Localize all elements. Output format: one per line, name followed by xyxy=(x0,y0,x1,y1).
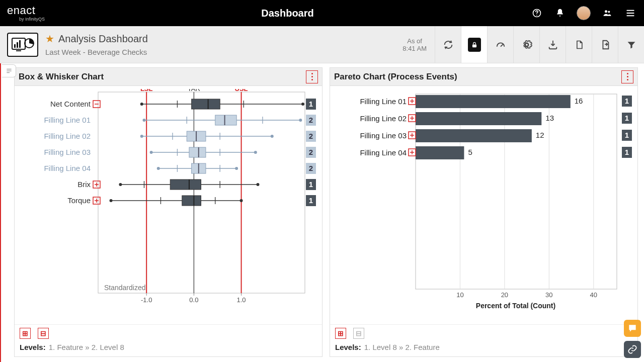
svg-text:Filling Line 02: Filling Line 02 xyxy=(44,132,91,140)
svg-point-60 xyxy=(150,151,153,154)
gauge-button[interactable] xyxy=(487,26,513,63)
subheader: ★ Analysis Dashboard Last Week - Beverag… xyxy=(0,26,644,63)
svg-rect-9 xyxy=(17,42,18,48)
svg-text:TAR: TAR xyxy=(188,89,200,93)
panel-pareto-menu[interactable] xyxy=(621,70,633,83)
svg-text:Filling Line 01: Filling Line 01 xyxy=(44,116,91,124)
svg-text:Filling Line 04: Filling Line 04 xyxy=(360,148,407,157)
svg-point-61 xyxy=(254,151,257,154)
svg-text:LSL: LSL xyxy=(140,89,153,93)
bell-icon[interactable] xyxy=(553,7,567,20)
topbar: enact by InfinityQS Dashboard xyxy=(0,0,644,26)
menu-icon[interactable] xyxy=(624,7,637,20)
panel-boxwhisker: Box & Whisker Chart LSLTARUSLNet Content… xyxy=(14,67,323,357)
svg-text:1: 1 xyxy=(309,100,313,108)
drawer-toggle[interactable] xyxy=(2,64,16,77)
brand-logo: enact by InfinityQS xyxy=(7,5,45,22)
svg-text:1: 1 xyxy=(309,180,313,189)
pareto-levels: Levels:1. Level 8 » 2. Feature xyxy=(335,343,632,351)
svg-rect-100 xyxy=(182,196,201,206)
download-button[interactable] xyxy=(539,26,566,63)
svg-rect-136 xyxy=(416,129,532,142)
expand-all-button[interactable]: ⊞ xyxy=(20,328,31,339)
export-button[interactable] xyxy=(592,26,618,63)
svg-text:Filling Line 01: Filling Line 01 xyxy=(360,97,407,106)
svg-rect-10 xyxy=(19,40,21,48)
asof-block: As of 8:41 AM xyxy=(394,26,435,63)
brand-text: enact xyxy=(7,5,45,16)
avatar[interactable] xyxy=(577,6,591,20)
svg-point-30 xyxy=(140,103,143,106)
context-line: Last Week - Beverage Checks xyxy=(45,48,148,56)
page-title-top: Dashboard xyxy=(45,8,530,19)
lock-button[interactable] xyxy=(461,26,487,63)
svg-text:Percent of Total (Count): Percent of Total (Count) xyxy=(476,302,555,310)
panel-pareto: Pareto Chart (Process Events) 10203040Fi… xyxy=(330,67,638,357)
help-icon[interactable] xyxy=(530,7,543,20)
svg-rect-144 xyxy=(416,146,464,159)
svg-point-51 xyxy=(271,135,274,138)
svg-text:20: 20 xyxy=(501,291,508,299)
pareto-expand-all-button[interactable]: ⊞ xyxy=(335,328,346,339)
svg-point-84 xyxy=(257,183,260,186)
filter-button[interactable] xyxy=(618,26,644,63)
panel-box-title: Box & Whisker Chart xyxy=(19,72,104,82)
svg-point-31 xyxy=(301,103,304,106)
settings-button[interactable] xyxy=(513,26,539,63)
panel-box-menu[interactable] xyxy=(306,70,318,83)
svg-text:0.0: 0.0 xyxy=(189,296,198,304)
svg-point-41 xyxy=(299,119,302,122)
pareto-collapse-all-button: ⊟ xyxy=(353,328,364,339)
brand-sub: by InfinityQS xyxy=(7,17,45,22)
box-levels: Levels:1. Feature » 2. Level 8 xyxy=(20,343,317,351)
boxwhisker-chart[interactable]: LSLTARUSLNet Content1Filling Line 012Fil… xyxy=(15,86,322,324)
svg-text:30: 30 xyxy=(545,291,552,299)
collapse-all-button[interactable]: ⊟ xyxy=(38,328,49,339)
svg-line-14 xyxy=(501,44,503,47)
svg-text:Filling Line 03: Filling Line 03 xyxy=(44,148,91,156)
svg-text:-1.0: -1.0 xyxy=(141,296,152,304)
svg-point-2 xyxy=(605,10,607,13)
svg-rect-7 xyxy=(12,38,25,49)
svg-text:16: 16 xyxy=(575,97,583,105)
svg-text:Torque: Torque xyxy=(67,196,91,205)
svg-point-83 xyxy=(119,183,122,186)
star-icon[interactable]: ★ xyxy=(45,33,54,45)
svg-point-70 xyxy=(157,167,160,170)
svg-text:USL: USL xyxy=(235,89,248,93)
document-button[interactable] xyxy=(566,26,592,63)
svg-point-40 xyxy=(142,119,145,122)
svg-point-15 xyxy=(525,43,528,46)
svg-rect-87 xyxy=(170,179,201,190)
asof-time: 8:41 AM xyxy=(403,45,427,52)
svg-rect-13 xyxy=(472,44,476,47)
users-icon[interactable] xyxy=(601,7,614,20)
svg-text:1: 1 xyxy=(625,114,629,122)
svg-point-97 xyxy=(240,199,243,202)
svg-text:1: 1 xyxy=(625,148,629,156)
svg-text:1: 1 xyxy=(309,196,313,205)
svg-point-50 xyxy=(140,135,143,138)
svg-text:2: 2 xyxy=(309,132,313,140)
link-button[interactable] xyxy=(624,341,641,358)
pareto-chart[interactable]: 10203040Filling Line 01161Filling Line 0… xyxy=(330,86,637,324)
svg-text:10: 10 xyxy=(456,291,463,299)
svg-point-3 xyxy=(608,11,610,13)
svg-text:Net Content: Net Content xyxy=(50,100,91,108)
svg-text:Filling Line 04: Filling Line 04 xyxy=(44,164,91,172)
svg-text:Standardized: Standardized xyxy=(104,284,146,292)
svg-text:2: 2 xyxy=(309,164,313,172)
svg-rect-64 xyxy=(189,147,206,157)
asof-label: As of xyxy=(407,37,422,45)
svg-text:1.0: 1.0 xyxy=(237,296,246,304)
svg-rect-120 xyxy=(416,95,571,108)
chat-button[interactable] xyxy=(624,320,641,337)
svg-rect-128 xyxy=(416,112,541,125)
svg-point-1 xyxy=(536,15,537,16)
refresh-button[interactable] xyxy=(435,26,461,63)
svg-text:40: 40 xyxy=(590,291,597,299)
svg-rect-44 xyxy=(215,115,236,125)
svg-text:1: 1 xyxy=(625,131,629,139)
dashboard-title: Analysis Dashboard xyxy=(58,33,148,45)
svg-text:13: 13 xyxy=(545,114,554,122)
